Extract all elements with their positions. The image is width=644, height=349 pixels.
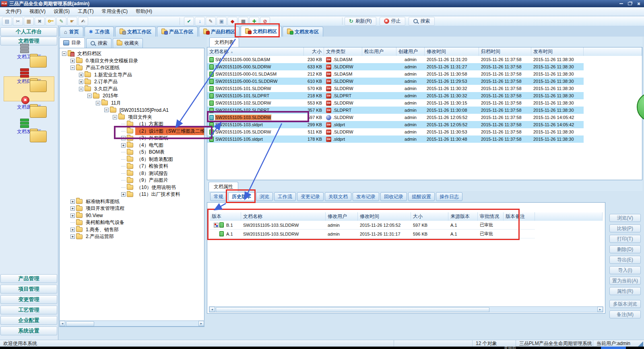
column-header[interactable]: 发布时间 bbox=[531, 47, 584, 56]
collapse-icon[interactable]: − bbox=[96, 101, 100, 105]
expand-icon[interactable]: + bbox=[70, 59, 75, 63]
main-tab[interactable]: 产品工作区 bbox=[157, 27, 198, 37]
menu-item[interactable]: 工具(T) bbox=[74, 7, 97, 16]
expand-icon[interactable]: + bbox=[70, 234, 75, 239]
expand-icon[interactable]: + bbox=[121, 192, 126, 197]
props-subtab[interactable]: 常规 bbox=[210, 192, 227, 201]
tree-node[interactable]: +0.项目文件夹空模板目录 bbox=[60, 57, 204, 65]
tree-node[interactable]: +2.产品运营部 bbox=[60, 233, 204, 240]
tree-horizontal-scrollbar[interactable]: ◄ ► bbox=[59, 320, 204, 326]
scroll-left-icon[interactable]: ◄ bbox=[209, 307, 215, 312]
edit-icon[interactable]: ✎ bbox=[56, 17, 66, 26]
tree-node[interactable]: （7）检验资料 bbox=[60, 163, 204, 170]
collapse-icon[interactable]: − bbox=[87, 94, 92, 98]
main-tab[interactable]: 文档归档区 bbox=[241, 26, 281, 37]
main-tab[interactable]: 文档工作区 bbox=[115, 27, 156, 37]
checkin-icon[interactable]: ✔ bbox=[184, 17, 194, 26]
version-action-button[interactable]: 浏览(V) bbox=[609, 214, 641, 222]
column-header[interactable]: 创建用户 bbox=[396, 47, 425, 56]
history-column-header[interactable]: 文档名称 bbox=[241, 212, 326, 221]
tree-node[interactable]: （1）方案图 bbox=[60, 121, 204, 128]
cut-icon[interactable]: ✂ bbox=[13, 17, 23, 26]
minimize-button[interactable] bbox=[618, 2, 624, 6]
restore-button[interactable] bbox=[627, 2, 633, 6]
tree-node[interactable]: +1.商务、销售部 bbox=[60, 226, 204, 234]
history-row[interactable]: B.1SW20151105-103.SLDDRWadmin2015-11-26 … bbox=[210, 221, 535, 230]
menu-item[interactable]: 常用业务(C) bbox=[98, 7, 132, 16]
table-row[interactable]: SW20151105-102.SLDDRW553 KBSW.SLDDRWadmi… bbox=[207, 99, 584, 107]
tree-node[interactable]: （8）测试报告 bbox=[60, 170, 204, 177]
search-button[interactable]: 搜索 bbox=[409, 17, 435, 26]
tree-node[interactable]: （9）产品图片 bbox=[60, 177, 204, 184]
expand-icon[interactable]: + bbox=[70, 199, 75, 204]
collapse-icon[interactable]: − bbox=[79, 87, 83, 91]
tree-tab[interactable]: 搜索 bbox=[86, 38, 111, 48]
column-header[interactable]: 归档时间 bbox=[479, 47, 531, 56]
version-action-button[interactable]: 打印(T) bbox=[609, 235, 641, 243]
scroll-right-icon[interactable]: ► bbox=[597, 307, 603, 312]
props-subtab[interactable]: 浏览 bbox=[256, 192, 273, 201]
menu-item[interactable]: 文件(F) bbox=[2, 7, 25, 16]
table-row[interactable]: SW20151105-102.SLDPRT357 KBSW.SLDPRTadmi… bbox=[207, 107, 584, 114]
props-subtab[interactable]: 历史版本 bbox=[228, 192, 255, 201]
props-horizontal-scrollbar[interactable]: ◄ ► bbox=[209, 306, 603, 312]
sign-hand-icon[interactable]: ✍ bbox=[78, 17, 88, 26]
eraser-icon[interactable]: ◆ bbox=[227, 17, 237, 26]
props-subtab[interactable]: 回收记录 bbox=[380, 192, 407, 201]
tree-tab[interactable]: 收藏夹 bbox=[113, 38, 143, 48]
menu-item[interactable]: 设置(S) bbox=[50, 7, 74, 16]
tree-node[interactable]: 美柯船舶电气设备 bbox=[60, 219, 204, 226]
tree-node[interactable]: −3.久巨产品 bbox=[60, 86, 204, 93]
history-column-header[interactable]: 审批情况 bbox=[478, 212, 504, 221]
download-icon[interactable]: ↓ bbox=[195, 17, 205, 26]
expand-icon[interactable]: + bbox=[79, 80, 83, 84]
column-header[interactable]: 文件类型 bbox=[324, 47, 362, 56]
sidebar-section-button[interactable]: 变更管理 bbox=[0, 295, 57, 304]
version-action-button[interactable]: 备注(M) bbox=[609, 310, 641, 318]
sidebar-item[interactable]: 文档工作区 bbox=[4, 52, 54, 76]
sidebar-section-button[interactable]: 系统设置 bbox=[0, 326, 57, 335]
collapse-icon[interactable]: − bbox=[70, 66, 75, 70]
column-header[interactable]: 检出用户 bbox=[362, 47, 396, 56]
tree-node[interactable]: −11月 bbox=[60, 100, 204, 107]
props-subtab[interactable]: 操作日志 bbox=[436, 192, 462, 201]
tree-node[interactable]: +项目开发管理流程 bbox=[60, 205, 204, 212]
point-hand-icon[interactable]: ☛ bbox=[67, 17, 77, 26]
expand-icon[interactable]: + bbox=[121, 143, 126, 148]
column-header[interactable]: 大小 bbox=[304, 47, 324, 56]
column-header[interactable]: 修改时间 bbox=[425, 47, 479, 56]
sidebar-section-button[interactable]: 企业配置 bbox=[0, 316, 57, 325]
tree-node[interactable]: +90.View bbox=[60, 212, 204, 220]
props-subtab[interactable]: 发布记录 bbox=[353, 192, 379, 201]
tree-node[interactable]: −[SW20151105]Prod.A1 bbox=[60, 107, 204, 114]
table-row[interactable]: SW20151105-101.SLDPRT218 KBSW.SLDPRTadmi… bbox=[207, 92, 584, 99]
collapse-icon[interactable]: − bbox=[113, 115, 117, 119]
collapse-icon[interactable]: − bbox=[104, 108, 109, 112]
sidebar-section-button[interactable]: 工艺管理 bbox=[0, 306, 57, 314]
menu-item[interactable]: 视图(V) bbox=[25, 7, 50, 16]
tree-node[interactable]: +标准物料库图纸 bbox=[60, 198, 204, 205]
tree-node[interactable]: −2015年 bbox=[60, 92, 204, 100]
scroll-left-icon[interactable]: ◄ bbox=[60, 321, 65, 326]
paste-icon[interactable]: ▦ bbox=[24, 17, 34, 26]
refresh-button[interactable]: ↻ 刷新(R) bbox=[345, 17, 376, 26]
scroll-right-icon[interactable]: ► bbox=[198, 321, 204, 326]
tree-node[interactable]: （5）BOM表 bbox=[60, 149, 204, 156]
close-button[interactable]: ✖ bbox=[636, 2, 642, 6]
table-row[interactable]: SW20151105-000-01.SLDASM212 KBSW.SLDASMa… bbox=[207, 70, 584, 78]
history-column-header[interactable]: 修改用户 bbox=[326, 212, 358, 221]
tree-node[interactable]: （6）制造装配图 bbox=[60, 156, 204, 163]
tree-node[interactable]: −文档归档区 bbox=[60, 50, 204, 57]
version-action-button[interactable]: 比较(P) bbox=[609, 224, 641, 232]
props-subtab[interactable]: 变更记录 bbox=[297, 192, 324, 201]
table-row[interactable]: SW20151105-000.SLDASM230 KBSW.SLDASMadmi… bbox=[207, 56, 584, 63]
doc-props-tab[interactable]: 文档属性 bbox=[208, 182, 238, 191]
version-action-button[interactable]: 删除(D) bbox=[609, 245, 641, 253]
table-row[interactable]: SW20151105-103.sldprt299 KBSW.sldprtadmi… bbox=[207, 121, 584, 128]
copy-document-icon[interactable]: ▣ bbox=[217, 17, 227, 26]
main-tab[interactable]: 产品归档区 bbox=[199, 27, 239, 37]
block-document-icon[interactable]: ⊘ bbox=[260, 17, 270, 26]
sidebar-section-button[interactable]: 个人工作台 bbox=[0, 27, 57, 36]
props-subtab[interactable]: 关联文档 bbox=[325, 192, 351, 201]
history-column-header[interactable]: 修改时间 bbox=[358, 212, 411, 221]
